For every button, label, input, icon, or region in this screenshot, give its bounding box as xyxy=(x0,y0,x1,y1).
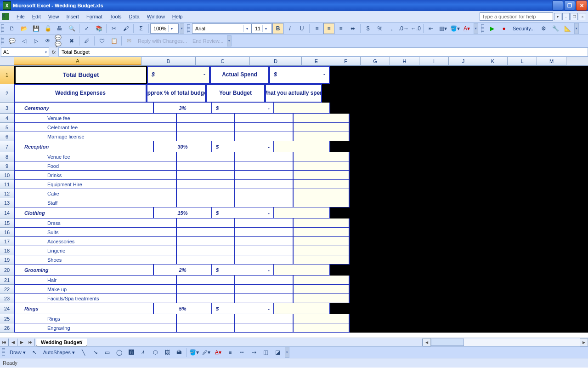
tab-nav-last[interactable]: ⏭ xyxy=(26,339,35,346)
rectangle-icon[interactable]: ▭ xyxy=(102,347,113,358)
cell[interactable] xyxy=(294,218,350,228)
row-header[interactable]: 12 xyxy=(0,189,14,198)
row-header[interactable]: 15 xyxy=(0,218,14,228)
decrease-indent-icon[interactable]: ⇤ xyxy=(425,23,436,34)
close-button[interactable]: ✕ xyxy=(576,0,587,11)
cell[interactable]: Drinks xyxy=(14,171,177,180)
cell[interactable] xyxy=(294,237,350,246)
design-mode-icon[interactable]: 📐 xyxy=(562,23,573,34)
row-header[interactable]: 19 xyxy=(0,255,14,264)
cell[interactable] xyxy=(177,132,235,141)
toolbar-grip-5[interactable] xyxy=(2,348,5,356)
cell[interactable]: Rings xyxy=(14,303,154,314)
maximize-button[interactable]: ❐ xyxy=(564,0,575,11)
col-header-M[interactable]: M xyxy=(537,57,566,65)
cell[interactable] xyxy=(235,294,294,303)
help-question-dropdown[interactable]: ▾ xyxy=(554,13,561,20)
borders-icon[interactable]: ▦▾ xyxy=(437,23,448,34)
cell-B1[interactable]: $- xyxy=(147,66,210,84)
font-combo[interactable]: Arial▾ xyxy=(192,23,252,34)
cell[interactable] xyxy=(294,114,350,123)
cell[interactable] xyxy=(235,255,294,264)
cell[interactable]: Equipment Hire xyxy=(14,180,177,189)
cell[interactable]: Venue fee xyxy=(14,152,177,161)
new-comment-icon[interactable]: 💬 xyxy=(6,35,17,46)
italic-button[interactable]: I xyxy=(284,23,295,34)
row-header[interactable]: 14 xyxy=(0,207,14,218)
cell[interactable]: Engraving xyxy=(14,323,177,333)
protect-sheet-icon[interactable]: 🛡 xyxy=(96,35,107,46)
doc-minimize-button[interactable]: - xyxy=(562,13,570,20)
line-color-icon[interactable]: 🖊▾ xyxy=(201,347,212,358)
cell[interactable]: Marriage license xyxy=(14,132,177,141)
macro-record-icon[interactable]: ● xyxy=(498,23,509,34)
cell-B2[interactable]: Approx % of total budget xyxy=(147,84,206,103)
zoom-combo[interactable]: 100%▾ xyxy=(150,23,179,34)
cell[interactable]: Ceremony xyxy=(14,103,154,114)
oval-icon[interactable]: ◯ xyxy=(114,347,125,358)
row-header[interactable]: 4 xyxy=(0,114,14,123)
wordart-icon[interactable]: 𝐴 xyxy=(138,347,149,358)
col-header-F[interactable]: F xyxy=(331,57,361,65)
cell[interactable]: Hair xyxy=(14,276,177,285)
cell[interactable] xyxy=(177,152,235,161)
toolbar-grip-3[interactable] xyxy=(481,24,484,33)
cell[interactable]: Venue fee xyxy=(14,114,177,123)
fill-color-draw-icon[interactable]: 🪣▾ xyxy=(189,347,200,358)
cell-A2[interactable]: Wedding Expenses xyxy=(14,84,147,103)
cell[interactable] xyxy=(274,303,330,314)
toolbar-grip[interactable] xyxy=(1,24,4,33)
cell-D2[interactable]: What you actually spent xyxy=(265,84,322,103)
col-header-A[interactable]: A xyxy=(14,57,141,65)
dash-style-icon[interactable]: ┅ xyxy=(237,347,248,358)
row-header[interactable]: 22 xyxy=(0,285,14,294)
row-header[interactable]: 8 xyxy=(0,152,14,161)
cell[interactable]: Facials/Spa treatments xyxy=(14,294,177,303)
hscroll-right-icon[interactable]: ▶ xyxy=(580,338,588,346)
cell[interactable] xyxy=(294,189,350,198)
cell[interactable] xyxy=(235,246,294,255)
new-icon[interactable]: 🗋 xyxy=(6,23,17,34)
toolbar-overflow-3[interactable]: ▾ xyxy=(574,23,579,34)
cell[interactable] xyxy=(235,189,294,198)
cell[interactable] xyxy=(274,141,330,152)
cell[interactable] xyxy=(235,276,294,285)
col-header-H[interactable]: H xyxy=(390,57,419,65)
toolbar-grip-2[interactable] xyxy=(187,24,190,33)
cell[interactable] xyxy=(177,228,235,237)
cell[interactable] xyxy=(294,161,350,171)
cell[interactable]: Clothing xyxy=(14,207,154,218)
security-button[interactable]: Security... xyxy=(510,25,537,32)
cell[interactable] xyxy=(294,314,350,323)
shadow-icon[interactable]: ◫ xyxy=(260,347,271,358)
cell[interactable]: $- xyxy=(212,141,274,152)
row-header[interactable]: 26 xyxy=(0,323,14,333)
row-header[interactable]: 9 xyxy=(0,161,14,171)
menu-file[interactable]: File xyxy=(13,13,28,20)
col-header-C[interactable]: C xyxy=(196,57,250,65)
select-objects-icon[interactable]: ↖ xyxy=(29,347,40,358)
arrow-icon[interactable]: ↘ xyxy=(90,347,101,358)
col-header-D[interactable]: D xyxy=(250,57,302,65)
print-preview-icon[interactable]: 🔍 xyxy=(66,23,77,34)
cell[interactable] xyxy=(235,132,294,141)
cell[interactable] xyxy=(235,152,294,161)
cell[interactable] xyxy=(235,323,294,333)
cell[interactable] xyxy=(177,114,235,123)
cell[interactable] xyxy=(274,103,330,114)
cell[interactable] xyxy=(235,314,294,323)
row-header[interactable]: 13 xyxy=(0,198,14,207)
tab-nav-prev[interactable]: ◀ xyxy=(9,339,17,346)
cell[interactable] xyxy=(177,314,235,323)
row-header[interactable]: 25 xyxy=(0,314,14,323)
permission-icon[interactable]: 🔓 xyxy=(42,23,53,34)
cell[interactable] xyxy=(177,198,235,207)
menu-data[interactable]: Data xyxy=(125,13,143,20)
fontsize-combo[interactable]: 11▾ xyxy=(252,23,272,34)
row-header[interactable]: 16 xyxy=(0,228,14,237)
toolbar-overflow[interactable]: ▾ xyxy=(180,23,184,34)
font-color-draw-icon[interactable]: A▾ xyxy=(213,347,224,358)
row-header[interactable]: 18 xyxy=(0,246,14,255)
menu-window[interactable]: Window xyxy=(143,13,169,20)
cell[interactable] xyxy=(177,189,235,198)
